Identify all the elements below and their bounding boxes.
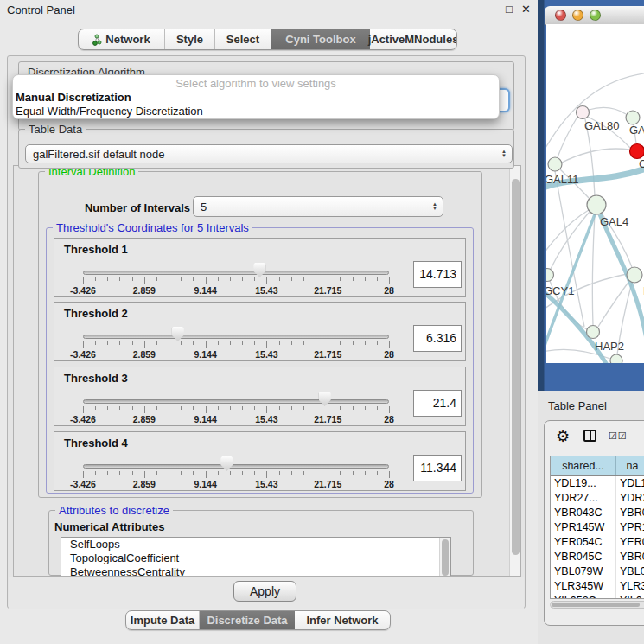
table-cell: YIL0	[616, 594, 644, 599]
slider-track[interactable]	[83, 271, 389, 275]
column-header[interactable]: shared...	[551, 456, 616, 475]
threshold-label: Threshold 1	[64, 243, 128, 256]
tab-label: Infer Network	[306, 614, 378, 627]
node-label: GAL4	[600, 215, 628, 228]
table-data-combobox[interactable]: galFiltered.sif default node ▲▼	[25, 144, 513, 163]
network-node-gal11[interactable]	[548, 157, 562, 171]
table-cell: YLR3	[616, 579, 644, 594]
slider-track[interactable]	[83, 399, 389, 404]
network-node-gcy1[interactable]	[546, 269, 554, 282]
checkbox-icons[interactable]: ☑☑	[609, 430, 628, 442]
tab-select[interactable]: Select	[215, 29, 271, 49]
apply-strip: Apply	[9, 577, 524, 609]
slider-thumb[interactable]	[220, 456, 233, 471]
table-cell: YBR045C	[551, 550, 616, 564]
network-node-c[interactable]	[630, 144, 644, 159]
threshold-value-input[interactable]: 14.713	[413, 261, 462, 288]
close-traffic-icon[interactable]	[555, 10, 566, 21]
network-node-hap2[interactable]	[587, 326, 600, 339]
threshold-panel-1: Threshold 1-3.4262.8599.14415.4321.71528…	[54, 238, 466, 297]
network-view[interactable]: GAL80GACGAL11GAL4GCY1HHAP2	[546, 24, 644, 363]
tab-impute-data[interactable]: Impute Data	[126, 611, 200, 629]
table-panel: Table Panel ⚙ ☑☑ shared...naYDL19...YDL1…	[538, 391, 644, 644]
table-panel-box: ⚙ ☑☑ shared...naYDL19...YDL1YDR27...YDR2…	[544, 420, 644, 626]
slider-track[interactable]	[83, 464, 389, 469]
gear-icon[interactable]: ⚙	[556, 427, 570, 446]
zoom-traffic-icon[interactable]	[590, 10, 601, 21]
table-data-value: galFiltered.sif default node	[33, 148, 164, 161]
slider-thumb[interactable]	[319, 392, 331, 406]
table-row[interactable]: YDR27...YDR2	[551, 491, 644, 506]
tab-style[interactable]: Style	[165, 29, 215, 49]
attribute-item[interactable]: SelfLoops	[61, 538, 450, 552]
threshold-value-input[interactable]: 11.344	[413, 455, 462, 481]
slider-tick-labels: -3.4262.8599.14415.4321.71528	[83, 349, 389, 360]
columns-icon[interactable]	[583, 430, 596, 442]
node-label: C	[639, 157, 644, 170]
slider-track[interactable]	[83, 335, 389, 339]
list-scrollbar[interactable]	[439, 538, 450, 577]
group-title: Threshold's Coordinates for 5 Intervals	[53, 221, 252, 234]
dropdown-option-equal-width[interactable]: Equal Width/Frequency Discretization	[13, 105, 499, 118]
apply-button[interactable]: Apply	[233, 581, 296, 602]
table-row[interactable]: YBR045CYBR0	[551, 550, 644, 564]
table-row[interactable]: YLR345WYLR3	[551, 579, 644, 594]
tab-infer-network[interactable]: Infer Network	[295, 611, 390, 629]
attribute-item[interactable]: TopologicalCoefficient	[61, 552, 450, 565]
column-header[interactable]: na	[616, 456, 644, 475]
table-cell: YBR043C	[551, 506, 616, 520]
panel-title: Control Panel	[7, 3, 75, 16]
tab-label: Discretize Data	[207, 614, 287, 627]
intervals-value: 5	[201, 201, 207, 214]
table-header-row: shared...na	[551, 456, 644, 476]
table-cell: YPR1	[616, 520, 644, 535]
close-icon[interactable]: ✕	[521, 3, 531, 16]
table-row[interactable]: YBR043CYBR0	[551, 506, 644, 520]
table-row[interactable]: YER054CYER0	[551, 535, 644, 550]
slider-thumb[interactable]	[172, 327, 184, 341]
top-tab-bar: NetworkStyleSelectCyni ToolboxjActiveMNo…	[78, 29, 457, 50]
table-data-group: Table Data galFiltered.sif default node …	[18, 129, 514, 169]
network-graph: GAL80GACGAL11GAL4GCY1HHAP2	[546, 24, 644, 363]
float-window-icon[interactable]: □	[506, 3, 513, 16]
table-row[interactable]: YBL079WYBL0	[551, 564, 644, 579]
table-hscrollbar[interactable]	[550, 601, 644, 609]
network-edge	[558, 117, 577, 157]
threshold-value-input[interactable]: 6.316	[413, 325, 462, 352]
table-panel-title: Table Panel	[548, 399, 607, 412]
network-node[interactable]	[610, 354, 622, 363]
group-title: Table Data	[25, 123, 86, 136]
tab-label: Style	[176, 33, 203, 46]
node-label: GCY1	[546, 284, 574, 297]
dropdown-option-manual[interactable]: Manual Discretization	[13, 91, 499, 105]
tab-cyni-toolbox[interactable]: Cyni Toolbox	[271, 29, 370, 49]
settings-scrollbar[interactable]	[509, 166, 521, 576]
attribute-item[interactable]: BetweennessCentrality	[61, 565, 450, 577]
network-node-gal80[interactable]	[577, 106, 590, 119]
network-desktop: GAL80GACGAL11GAL4GCY1HHAP2	[538, 0, 644, 391]
tab-label: Cyni Toolbox	[285, 33, 355, 46]
threshold-panel-4: Threshold 4-3.4262.8599.14415.4321.71528…	[54, 431, 466, 491]
tab-discretize-data[interactable]: Discretize Data	[200, 611, 295, 629]
slider-thumb[interactable]	[253, 263, 265, 277]
table-row[interactable]: YDL19...YDL1	[551, 476, 644, 491]
tab-network[interactable]: Network	[79, 29, 165, 49]
table-cell: YDR27...	[551, 491, 616, 506]
threshold-label: Threshold 4	[64, 437, 128, 450]
algorithm-dropdown-popup: Select algorithm to view settings Manual…	[12, 74, 500, 119]
number-of-intervals-spinner[interactable]: 5 ▲▼	[193, 196, 443, 217]
tab-label: jActiveMNodules	[368, 33, 457, 46]
network-node-h[interactable]	[627, 267, 642, 283]
table-row[interactable]: YIL052CYIL0	[551, 594, 644, 599]
tab-jactivemnodules[interactable]: jActiveMNodules	[370, 29, 456, 49]
slider-ticks	[83, 277, 389, 285]
network-node-ga[interactable]	[626, 111, 640, 124]
table-row[interactable]: YPR145WYPR1	[551, 520, 644, 535]
table-cell: YDL1	[616, 476, 644, 491]
network-node-gal4[interactable]	[587, 195, 606, 214]
minimize-traffic-icon[interactable]	[572, 10, 583, 21]
table-cell: YBL0	[616, 564, 644, 579]
threshold-value-input[interactable]: 21.4	[413, 390, 462, 417]
network-window-titlebar[interactable]	[545, 6, 644, 25]
node-label: GA	[629, 124, 644, 137]
